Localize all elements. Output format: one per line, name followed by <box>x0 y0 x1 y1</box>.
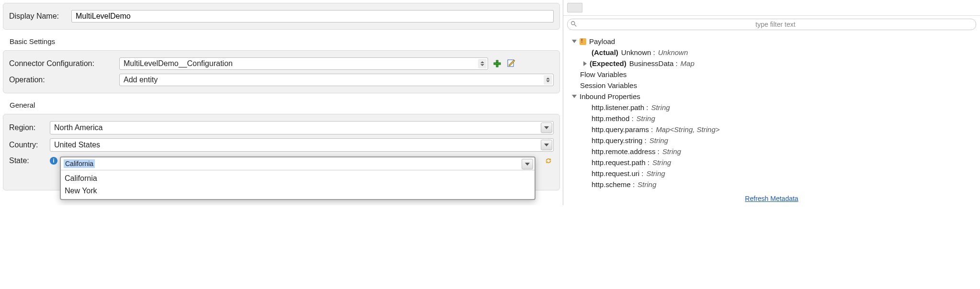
chevron-down-icon <box>541 122 552 133</box>
state-options-list: California New York <box>61 170 535 199</box>
basic-settings-title: Basic Settings <box>10 37 553 45</box>
property-type: String <box>662 147 681 156</box>
filter-input[interactable]: type filter text <box>567 19 976 30</box>
payload-label: Payload <box>589 37 615 45</box>
expected-label: (Expected) <box>590 59 627 67</box>
svg-rect-1 <box>494 63 501 65</box>
state-option[interactable]: New York <box>61 185 535 197</box>
display-name-label: Display Name: <box>9 12 71 21</box>
toolbar-stub <box>567 3 582 12</box>
general-group: Region: North America Country: United St… <box>3 114 560 190</box>
operation-select[interactable]: Add entity <box>119 74 554 86</box>
operation-value: Add entity <box>124 76 158 84</box>
state-option[interactable]: California <box>61 172 535 185</box>
filter-placeholder: type filter text <box>755 21 795 28</box>
tree-node-property[interactable]: http.scheme :String <box>572 179 976 190</box>
region-combo[interactable]: North America <box>50 121 554 134</box>
property-name: http.query.params : <box>592 125 653 133</box>
config-panel: Display Name: Basic Settings Connector C… <box>0 0 563 205</box>
edit-icon[interactable] <box>506 58 517 69</box>
flow-vars-label: Flow Variables <box>580 70 627 78</box>
connector-config-label: Connector Configuration: <box>9 59 119 68</box>
info-icon: i <box>50 157 57 165</box>
tree-node-property[interactable]: http.listener.path :String <box>572 102 976 113</box>
refresh-icon[interactable] <box>543 156 554 166</box>
chevron-down-icon <box>572 40 577 43</box>
general-title: General <box>10 101 553 109</box>
basic-settings-group: Connector Configuration: MultiLevelDemo_… <box>3 50 560 93</box>
connector-config-value: MultiLevelDemo__Configuration <box>124 59 233 68</box>
metadata-tree: Payload (Actual) Unknown : Unknown (Expe… <box>563 33 980 192</box>
country-combo[interactable]: United States <box>50 138 554 152</box>
display-name-group: Display Name: <box>3 3 560 30</box>
expected-name: BusinessData : <box>629 59 678 67</box>
stepper-icon <box>478 59 487 68</box>
actual-type: Unknown <box>658 48 688 56</box>
region-label: Region: <box>9 123 50 132</box>
add-icon[interactable] <box>492 58 502 69</box>
chevron-down-icon <box>522 159 533 169</box>
state-value: California <box>64 159 95 168</box>
tree-node-flow-vars[interactable]: Flow Variables <box>572 69 976 80</box>
inbound-label: Inbound Properties <box>580 92 640 100</box>
property-name: http.listener.path : <box>592 103 648 111</box>
tree-node-session-vars[interactable]: Session Variables <box>572 80 976 91</box>
operation-label: Operation: <box>9 76 119 84</box>
connector-config-select[interactable]: MultiLevelDemo__Configuration <box>119 57 488 70</box>
tree-node-expected[interactable]: (Expected) BusinessData : Map <box>572 58 976 69</box>
tree-node-payload[interactable]: Payload <box>572 36 976 47</box>
svg-line-4 <box>574 24 576 26</box>
package-icon <box>580 38 586 45</box>
expected-type: Map <box>681 59 695 67</box>
property-type: String <box>651 103 670 111</box>
country-value: United States <box>54 141 100 149</box>
property-type: Map<String, String> <box>656 125 719 133</box>
metadata-panel: type filter text Payload (Actual) Unknow… <box>563 0 980 205</box>
refresh-metadata-link[interactable]: Refresh Metadata <box>745 195 798 202</box>
property-type: String <box>650 136 668 144</box>
tree-node-property[interactable]: http.request.path :String <box>572 157 976 168</box>
state-combo[interactable]: California California New York <box>60 156 536 200</box>
chevron-down-icon <box>572 95 577 98</box>
tree-node-inbound[interactable]: Inbound Properties <box>572 91 976 102</box>
country-label: Country: <box>9 141 50 149</box>
region-value: North America <box>54 123 103 132</box>
actual-label: (Actual) <box>592 48 618 56</box>
property-type: String <box>637 114 655 122</box>
svg-point-3 <box>571 22 575 25</box>
tree-node-property[interactable]: http.method :String <box>572 113 976 124</box>
display-name-input[interactable] <box>71 10 554 22</box>
tree-node-property[interactable]: http.remote.address :String <box>572 146 976 157</box>
property-name: http.remote.address : <box>592 147 660 156</box>
property-name: http.scheme : <box>592 180 635 189</box>
session-vars-label: Session Variables <box>580 81 637 89</box>
chevron-right-icon <box>583 61 587 66</box>
stepper-icon <box>544 75 552 85</box>
property-type: String <box>638 180 656 189</box>
property-type: String <box>646 169 665 178</box>
property-name: http.request.uri : <box>592 169 643 178</box>
property-name: http.method : <box>592 114 634 122</box>
actual-name: Unknown : <box>621 48 655 56</box>
property-type: String <box>652 158 671 167</box>
property-name: http.request.path : <box>592 158 650 167</box>
state-label: State: <box>9 156 50 165</box>
tree-node-property[interactable]: http.query.params :Map<String, String> <box>572 124 976 135</box>
chevron-down-icon <box>541 140 552 150</box>
tree-node-property[interactable]: http.request.uri :String <box>572 168 976 179</box>
property-name: http.query.string : <box>592 136 647 144</box>
tree-node-property[interactable]: http.query.string :String <box>572 135 976 146</box>
tree-node-actual[interactable]: (Actual) Unknown : Unknown <box>572 47 976 58</box>
